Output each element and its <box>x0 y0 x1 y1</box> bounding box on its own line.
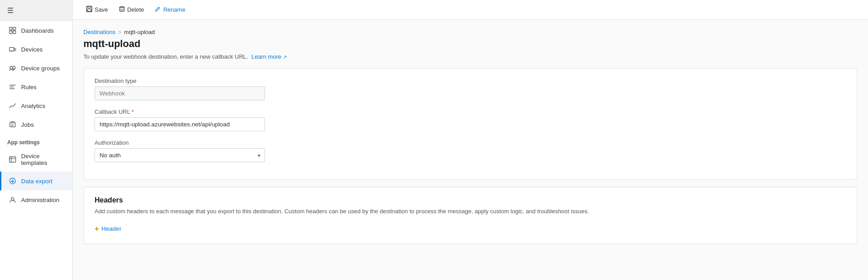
info-text: To update your webhook destination, ente… <box>83 53 857 60</box>
sidebar-item-label: Jobs <box>21 121 34 128</box>
sidebar-item-data-export[interactable]: Data export <box>0 172 72 190</box>
callback-url-input[interactable] <box>95 117 265 131</box>
svg-rect-9 <box>10 122 15 127</box>
sidebar-item-dashboards[interactable]: Dashboards <box>0 21 72 40</box>
sidebar-item-label: Data export <box>21 178 52 185</box>
sidebar-item-label: Device templates <box>21 153 65 166</box>
svg-rect-20 <box>120 7 124 11</box>
delete-icon <box>119 6 125 13</box>
main-content: Save Delete Rename Destinations > mqtt-u… <box>73 0 868 280</box>
devices-icon <box>9 45 17 53</box>
sidebar-item-jobs[interactable]: Jobs <box>0 115 72 134</box>
sidebar-item-devices[interactable]: Devices <box>0 40 72 59</box>
svg-rect-3 <box>13 31 16 34</box>
svg-point-16 <box>11 198 14 200</box>
sidebar: ☰ Dashboards Devices Device groups Rules… <box>0 0 73 280</box>
callback-url-group: Callback URL <box>95 108 846 131</box>
authorization-select[interactable]: No auth API Token OAuth 2.0 <box>95 148 265 162</box>
data-export-icon <box>9 177 17 185</box>
svg-rect-0 <box>9 27 12 30</box>
breadcrumb: Destinations > mqtt-upload <box>83 29 857 35</box>
device-groups-icon <box>9 64 17 72</box>
save-icon <box>86 6 92 13</box>
svg-rect-1 <box>13 27 16 30</box>
breadcrumb-destinations-link[interactable]: Destinations <box>83 29 116 35</box>
content-area: Destinations > mqtt-upload mqtt-upload T… <box>73 20 868 280</box>
administration-icon <box>9 196 17 204</box>
external-link-icon: ↗ <box>283 54 287 60</box>
save-button[interactable]: Save <box>82 4 113 16</box>
delete-button[interactable]: Delete <box>114 4 149 16</box>
page-title: mqtt-upload <box>83 38 857 50</box>
sidebar-item-analytics[interactable]: Analytics <box>0 96 72 115</box>
sidebar-item-label: Device groups <box>21 65 60 72</box>
dashboard-icon <box>9 26 17 34</box>
menu-button[interactable]: ☰ <box>0 0 72 21</box>
sidebar-item-label: Rules <box>21 84 37 90</box>
svg-point-7 <box>10 66 13 69</box>
svg-rect-2 <box>9 31 12 34</box>
sidebar-item-label: Administration <box>21 197 60 203</box>
headers-title: Headers <box>95 196 846 204</box>
authorization-group: Authorization No auth API Token OAuth 2.… <box>95 139 846 162</box>
svg-rect-5 <box>14 48 16 51</box>
sidebar-item-label: Devices <box>21 46 43 53</box>
destination-type-label: Destination type <box>95 78 846 84</box>
breadcrumb-current: mqtt-upload <box>124 29 155 35</box>
authorization-select-wrapper: No auth API Token OAuth 2.0 ▾ <box>95 148 265 162</box>
device-templates-icon <box>9 155 17 164</box>
headers-card: Headers Add custom headers to each messa… <box>83 187 857 244</box>
sidebar-item-device-templates[interactable]: Device templates <box>0 147 72 172</box>
sidebar-item-rules[interactable]: Rules <box>0 78 72 96</box>
sidebar-item-device-groups[interactable]: Device groups <box>0 59 72 78</box>
destination-type-input <box>95 86 265 100</box>
destination-type-group: Destination type <box>95 78 846 100</box>
authorization-label: Authorization <box>95 139 846 146</box>
svg-rect-4 <box>9 47 14 51</box>
breadcrumb-separator: > <box>118 29 122 35</box>
sidebar-item-administration[interactable]: Administration <box>0 190 72 209</box>
svg-point-8 <box>13 66 15 69</box>
headers-desc: Add custom headers to each message that … <box>95 207 846 216</box>
hamburger-icon: ☰ <box>7 6 13 15</box>
rename-icon <box>155 6 161 13</box>
add-header-label: Header <box>101 225 121 232</box>
sidebar-item-label: Analytics <box>21 103 45 109</box>
app-settings-section: App settings <box>0 134 72 147</box>
rename-button[interactable]: Rename <box>150 4 190 16</box>
jobs-icon <box>9 121 17 129</box>
analytics-icon <box>9 102 17 110</box>
rules-icon <box>9 83 17 91</box>
svg-rect-19 <box>87 9 91 11</box>
svg-rect-12 <box>9 157 16 162</box>
toolbar: Save Delete Rename <box>73 0 868 20</box>
destination-card: Destination type Callback URL Authorizat… <box>83 68 857 180</box>
sidebar-item-label: Dashboards <box>21 27 54 34</box>
callback-url-label: Callback URL <box>95 108 846 115</box>
learn-more-link[interactable]: Learn more <box>252 53 281 60</box>
plus-icon: + <box>95 225 99 233</box>
add-header-button[interactable]: + Header <box>95 223 122 235</box>
